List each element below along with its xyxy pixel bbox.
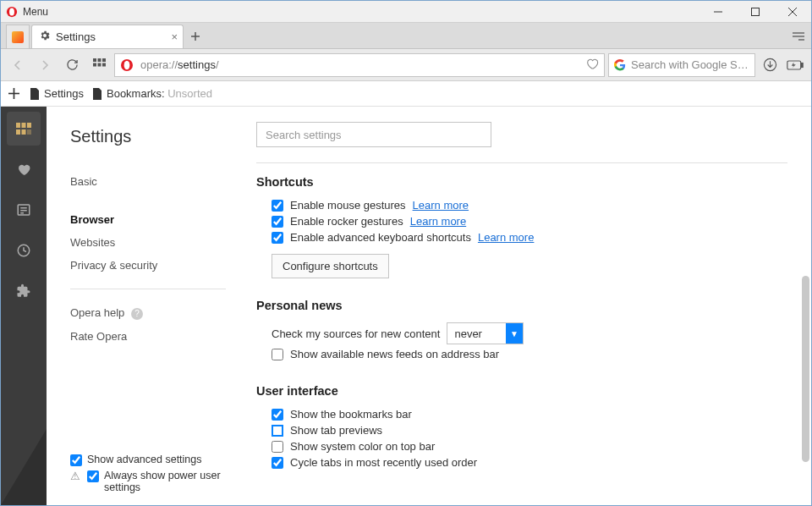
svg-point-18 [124, 60, 130, 69]
svg-rect-31 [27, 129, 31, 135]
svg-rect-12 [97, 58, 101, 62]
search-settings-input[interactable] [256, 122, 491, 147]
section-title: Personal news [256, 299, 787, 312]
learn-more-link[interactable]: Learn more [478, 231, 534, 244]
bookmarks-add-button[interactable] [6, 88, 21, 99]
new-tab-button[interactable] [184, 25, 207, 48]
tab-close-button[interactable]: × [171, 30, 178, 43]
section-shortcuts: Shortcuts Enable mouse gestures Learn mo… [256, 175, 787, 278]
window-maximize-button[interactable] [737, 1, 774, 23]
section-title: Shortcuts [256, 175, 787, 189]
downloads-button[interactable] [759, 54, 781, 76]
address-bar: opera://settings/ Search with Google S… [1, 49, 811, 81]
configure-shortcuts-button[interactable]: Configure shortcuts [272, 254, 389, 278]
rail-extensions-button[interactable] [7, 274, 41, 308]
settings-main: Shortcuts Enable mouse gestures Learn mo… [241, 107, 811, 505]
bookmark-heart-icon[interactable] [585, 57, 599, 73]
tab-settings[interactable]: Settings × [31, 25, 184, 48]
warning-icon: ⚠ [70, 470, 80, 482]
bookmark-item-settings[interactable]: Settings [30, 87, 84, 100]
bookmarks-bar: Settings Bookmarks: Unsorted [1, 81, 811, 107]
tab-label: Settings [56, 30, 96, 43]
pinned-tab-favicon [12, 31, 24, 43]
gear-icon [39, 30, 51, 44]
sidebar-item-browser[interactable]: Browser [70, 208, 226, 231]
opt-news-feeds[interactable]: Show available news feeds on address bar [272, 348, 787, 360]
sidebar-item-websites[interactable]: Websites [70, 231, 226, 254]
rail-bookmarks-button[interactable] [7, 152, 41, 186]
svg-rect-30 [22, 129, 26, 135]
search-placeholder: Search with Google S… [631, 58, 749, 71]
opera-logo-icon [120, 58, 134, 72]
tab-strip: Settings × [1, 23, 811, 49]
window-close-button[interactable] [774, 1, 811, 23]
nav-back-button[interactable] [6, 53, 30, 77]
opt-system-color[interactable]: Show system color on top bar [272, 440, 787, 453]
svg-rect-14 [93, 63, 96, 67]
learn-more-link[interactable]: Learn more [413, 199, 469, 212]
opt-cycle-tabs[interactable]: Cycle tabs in most recently used order [272, 456, 787, 469]
rail-decoration [1, 429, 47, 505]
speed-dial-button[interactable] [87, 53, 111, 77]
bookmark-label: Settings [44, 87, 84, 100]
file-icon [92, 88, 102, 100]
content-area: Settings Basic Browser Websites Privacy … [1, 107, 811, 505]
news-check-row: Check my sources for new content never ▼ [272, 322, 787, 344]
page-title: Settings [70, 127, 226, 146]
opt-tab-previews[interactable]: Show tab previews [272, 424, 787, 437]
show-advanced-checkbox[interactable]: Show advanced settings [70, 454, 226, 466]
svg-rect-16 [102, 63, 106, 67]
sidebar-item-privacy[interactable]: Privacy & security [70, 254, 226, 277]
scrollbar[interactable] [802, 276, 809, 462]
bookmark-label: Bookmarks: Unsorted [107, 87, 212, 100]
search-input[interactable]: Search with Google S… [608, 53, 755, 77]
section-personal-news: Personal news Check my sources for new c… [256, 299, 787, 360]
chevron-down-icon: ▼ [506, 323, 523, 344]
sidebar-item-basic[interactable]: Basic [70, 170, 226, 193]
battery-button[interactable] [784, 54, 806, 76]
svg-rect-11 [93, 58, 96, 62]
learn-more-link[interactable]: Learn more [410, 215, 466, 228]
select-value: never [447, 327, 506, 340]
opt-bookmarks-bar[interactable]: Show the bookmarks bar [272, 408, 787, 421]
power-user-checkbox[interactable]: ⚠Always show power user settings [70, 470, 226, 493]
svg-rect-22 [802, 63, 804, 67]
svg-rect-28 [27, 123, 31, 128]
opt-keyboard-shortcuts[interactable]: Enable advanced keyboard shortcuts Learn… [272, 231, 787, 244]
section-title: User interface [256, 384, 787, 398]
tab-menu-button[interactable] [786, 25, 811, 48]
sidebar-item-help[interactable]: Opera help ? [70, 301, 226, 325]
news-interval-select[interactable]: never ▼ [447, 322, 524, 344]
rail-news-button[interactable] [7, 193, 41, 227]
nav-forward-button[interactable] [33, 53, 57, 77]
bookmark-item-unsorted[interactable]: Bookmarks: Unsorted [92, 87, 212, 100]
svg-rect-13 [102, 58, 106, 62]
svg-marker-23 [792, 62, 796, 68]
opt-rocker-gestures[interactable]: Enable rocker gestures Learn more [272, 215, 787, 228]
window-menu-label[interactable]: Menu [23, 6, 48, 18]
svg-point-1 [9, 8, 14, 15]
google-icon [614, 59, 626, 71]
help-icon: ? [131, 308, 143, 320]
pinned-tab[interactable] [6, 25, 30, 48]
window-titlebar: Menu [1, 1, 811, 23]
svg-rect-15 [97, 63, 101, 67]
url-text: opera://settings/ [140, 58, 219, 71]
settings-sidebar: Settings Basic Browser Websites Privacy … [47, 107, 241, 505]
sidebar-item-rate[interactable]: Rate Opera [70, 325, 226, 348]
url-input[interactable]: opera://settings/ [114, 53, 605, 77]
news-check-label: Check my sources for new content [272, 327, 440, 340]
svg-rect-26 [16, 123, 20, 128]
window-minimize-button[interactable] [700, 1, 737, 23]
section-user-interface: User interface Show the bookmarks bar Sh… [256, 384, 787, 469]
left-rail [1, 107, 47, 505]
svg-rect-29 [16, 129, 20, 135]
file-icon [30, 88, 40, 100]
svg-rect-3 [752, 8, 760, 15]
opera-logo-icon [6, 6, 18, 18]
nav-reload-button[interactable] [60, 53, 84, 77]
svg-rect-27 [22, 123, 26, 128]
rail-speed-dial-button[interactable] [7, 112, 41, 146]
opt-mouse-gestures[interactable]: Enable mouse gestures Learn more [272, 199, 787, 212]
rail-history-button[interactable] [7, 234, 41, 267]
